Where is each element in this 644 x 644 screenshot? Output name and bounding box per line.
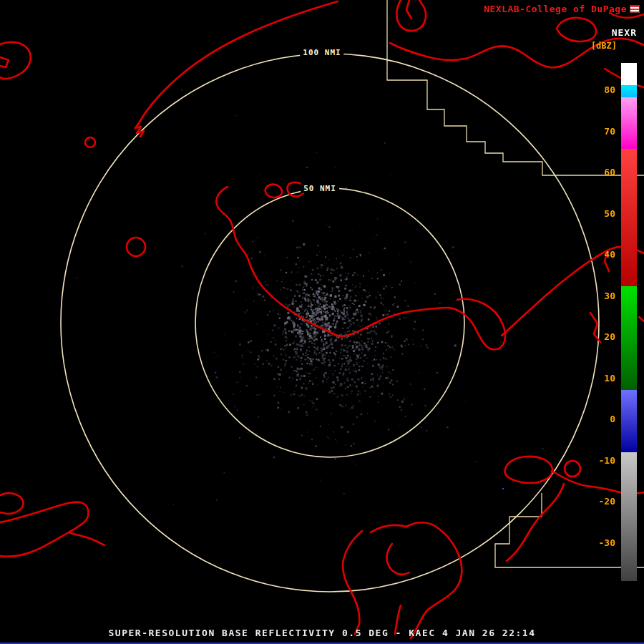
coastline-path [0, 57, 9, 67]
colorbar-tick: 0 [610, 414, 615, 424]
coastline-path [387, 544, 409, 575]
coastline-islet [85, 137, 95, 147]
range-ring-label-100nmi: 100 NMI [300, 48, 343, 57]
brand-label: NEXLAB-College of DuPage [484, 4, 627, 14]
reflectivity-colorbar [621, 63, 637, 581]
coastline-path [265, 185, 282, 197]
colorbar-segment [621, 149, 637, 286]
coastline-path [69, 532, 104, 545]
coastline-path [507, 484, 564, 561]
colorbar-segment [621, 286, 637, 390]
coastline-path [135, 1, 338, 137]
brand: NEXLAB-College of DuPage [484, 4, 640, 14]
coastline-path [216, 187, 449, 336]
coastline-path [371, 522, 462, 638]
coastline-islet [565, 461, 580, 477]
coastline-path [449, 299, 505, 350]
coastline-path [639, 317, 644, 321]
coastline-outlines [0, 0, 644, 638]
colorbar-tick: 20 [604, 331, 615, 342]
range-ring-label-50nmi: 50 NMI [301, 184, 339, 193]
map-overlay [0, 0, 644, 644]
colorbar-tick: 30 [604, 290, 615, 301]
colorbar-tick: 50 [604, 208, 615, 218]
coastline-islet [127, 238, 145, 256]
colorbar-tick: 60 [604, 167, 615, 177]
colorbar-segment [621, 85, 637, 97]
colorbar-tick: -10 [599, 454, 615, 465]
range-ring-50nmi [195, 188, 464, 457]
colorbar-tick: 70 [604, 125, 615, 136]
product-code-label: NEXR [612, 27, 637, 38]
coastline-path [504, 457, 552, 483]
colorbar-segment [621, 97, 637, 149]
radar-display: 100 NMI 50 NMI NEXLAB-College of DuPage … [0, 0, 644, 644]
colorbar-tick: -30 [599, 537, 615, 547]
coastline-path [0, 493, 23, 514]
colorbar-tick: -20 [599, 496, 615, 507]
coastline-path [343, 531, 362, 634]
colorbar-segment [621, 390, 637, 452]
colorbar-tick: 40 [604, 249, 615, 260]
coastline-path [0, 502, 89, 557]
flag-icon [630, 5, 640, 13]
coastline-path [396, 0, 426, 31]
units-label: [dBZ] [591, 41, 617, 51]
colorbar-tick: 80 [604, 84, 615, 95]
colorbar-segment [621, 63, 637, 85]
coastline-path [406, 0, 411, 19]
product-title: SUPER-RESOLUTION BASE REFLECTIVITY 0.5 D… [0, 628, 644, 638]
coastline-path [0, 42, 31, 79]
colorbar-tick: 10 [604, 372, 615, 383]
colorbar-segment [621, 452, 637, 581]
coastline-path [557, 18, 596, 42]
